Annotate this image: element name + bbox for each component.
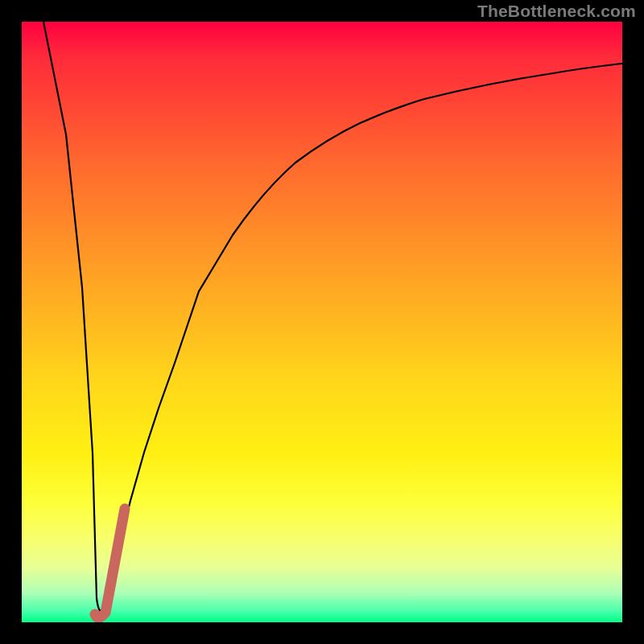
watermark-text: TheBottleneck.com <box>477 2 636 21</box>
bottleneck-curve <box>43 22 622 612</box>
marker-segment <box>95 509 125 617</box>
curve-layer <box>22 22 622 622</box>
plot-area <box>22 22 622 622</box>
chart-frame: TheBottleneck.com <box>0 0 644 644</box>
